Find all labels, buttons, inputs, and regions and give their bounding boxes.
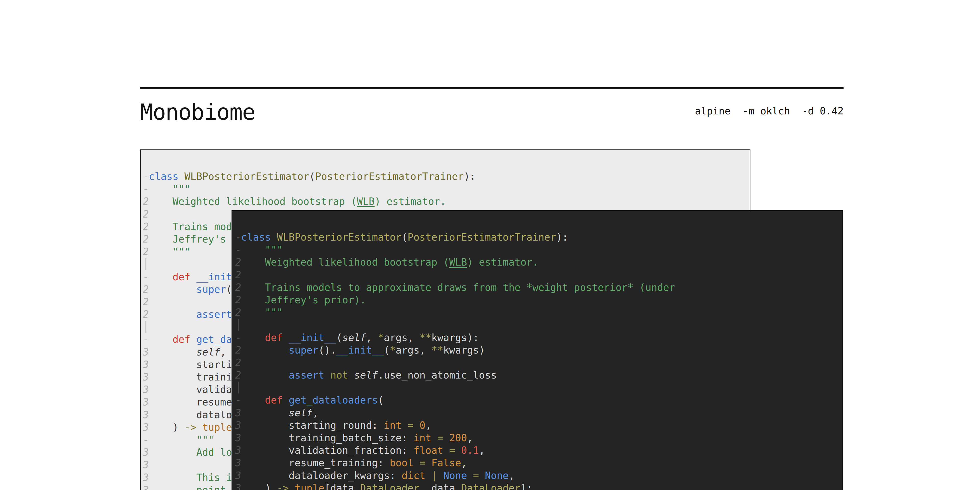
code-token: not	[330, 369, 348, 381]
code-token	[149, 309, 196, 320]
line-gutter: 2	[143, 221, 149, 232]
line-gutter: -	[235, 395, 241, 406]
code-token: ,	[509, 470, 514, 481]
line-gutter: 2	[235, 344, 241, 356]
line-gutter: 2	[143, 309, 149, 320]
code-line: 2 Jeffrey's prior).	[235, 294, 842, 306]
line-gutter: 3	[143, 447, 149, 458]
line-gutter: 2	[235, 369, 241, 381]
code-token: def	[172, 271, 190, 283]
cli-args: alpine -m oklch -d 0.42	[695, 105, 843, 117]
line-gutter: -	[143, 334, 149, 345]
line-gutter: │	[235, 382, 241, 393]
line-gutter: 3	[143, 371, 149, 383]
line-gutter: 2	[235, 256, 241, 268]
code-token: resume_training:	[241, 457, 390, 469]
code-block-dark: -class WLBPosteriorEstimator(PosteriorEs…	[232, 211, 842, 490]
code-line: 2 Weighted likelihood bootstrap (WLB) es…	[235, 256, 842, 269]
code-line: -class WLBPosteriorEstimator(PosteriorEs…	[235, 231, 842, 243]
code-token: kwargs):	[431, 332, 479, 344]
line-gutter: 2	[143, 208, 149, 220]
code-token: )	[241, 482, 277, 490]
code-token: int	[384, 420, 402, 431]
line-gutter: 3	[143, 472, 149, 484]
code-line: │	[235, 319, 842, 331]
code-token: ,	[461, 457, 467, 469]
code-token: DataLoader	[360, 482, 420, 490]
code-token: __init__	[336, 344, 384, 356]
code-token: self	[196, 347, 220, 358]
code-line: 3 validation_fraction: float = 0.1,	[235, 444, 842, 457]
code-token: """	[241, 307, 283, 318]
code-token: bool	[390, 457, 414, 469]
line-gutter: 2	[143, 296, 149, 308]
line-gutter: 2	[235, 282, 241, 293]
code-token	[414, 457, 420, 469]
code-token: =	[449, 445, 455, 456]
code-token: )	[149, 422, 185, 433]
line-gutter: 3	[235, 470, 241, 481]
page-title: Monobiome	[140, 99, 255, 126]
code-line: 2	[235, 356, 842, 369]
code-line: 2 super().__init__(*args, **kwargs)	[235, 344, 842, 356]
code-token: WLB	[449, 256, 467, 268]
code-token: 0.1	[461, 445, 479, 456]
line-gutter: 3	[143, 409, 149, 421]
code-token: class	[241, 232, 271, 243]
line-gutter: 2	[143, 246, 149, 258]
code-line: 2 assert not self.use_non_atomic_loss	[235, 369, 842, 382]
code-token: training_batch_size:	[241, 432, 414, 444]
code-token: PosteriorEstimatorTrainer	[408, 232, 557, 243]
code-token	[241, 344, 289, 356]
line-gutter: 2	[235, 357, 241, 369]
line-gutter: -	[235, 332, 241, 344]
code-token: *	[378, 332, 384, 344]
line-gutter: │	[143, 321, 149, 333]
code-token: Weighted likelihood bootstrap (	[149, 196, 357, 207]
code-token: **	[431, 344, 444, 356]
line-gutter: 2	[235, 307, 241, 318]
code-token	[283, 332, 289, 344]
line-gutter: │	[143, 258, 149, 270]
code-token	[241, 395, 265, 406]
code-token: Trains models to approximate draws from …	[241, 282, 675, 293]
code-token: int	[414, 432, 431, 444]
line-gutter: 2	[143, 284, 149, 295]
code-token	[325, 369, 330, 381]
code-token	[149, 271, 172, 283]
code-token: tuple	[295, 482, 325, 490]
code-token	[443, 432, 449, 444]
code-token: def	[265, 332, 283, 344]
code-token: WLBPosteriorEstimator	[277, 232, 402, 243]
code-token: =	[420, 457, 425, 469]
code-token: None	[443, 470, 467, 481]
line-gutter: 3	[143, 359, 149, 371]
line-gutter: 3	[143, 347, 149, 358]
header-rule	[140, 87, 843, 89]
code-token: ,	[220, 347, 226, 358]
code-token	[425, 457, 431, 469]
code-token: assert	[289, 369, 325, 381]
line-gutter: 3	[235, 445, 241, 456]
code-token: assert	[196, 309, 232, 320]
line-gutter: 3	[143, 459, 149, 471]
code-token	[190, 334, 196, 345]
line-gutter: -	[143, 171, 149, 182]
code-token: args,	[384, 332, 420, 344]
code-token: tuple	[202, 422, 232, 433]
code-token: self	[289, 407, 312, 419]
line-gutter: -	[235, 232, 241, 243]
code-token: Jeffrey's prior).	[241, 294, 366, 306]
code-token: WLBPosteriorEstimator	[185, 171, 309, 182]
code-line: 3 ) -> tuple[data.DataLoader, data.DataL…	[235, 482, 842, 490]
code-token: , data.	[420, 482, 461, 490]
line-gutter: 3	[235, 407, 241, 419]
code-line: 2 Trains models to approximate draws fro…	[235, 281, 842, 294]
code-line: 3 dataloader_kwargs: dict | None = None,	[235, 469, 842, 482]
code-token	[425, 470, 431, 481]
code-token: *	[390, 344, 396, 356]
line-gutter: 3	[235, 432, 241, 444]
code-token: False	[431, 457, 461, 469]
code-token: ) estimator.	[467, 256, 538, 268]
code-token: ,	[479, 445, 485, 456]
